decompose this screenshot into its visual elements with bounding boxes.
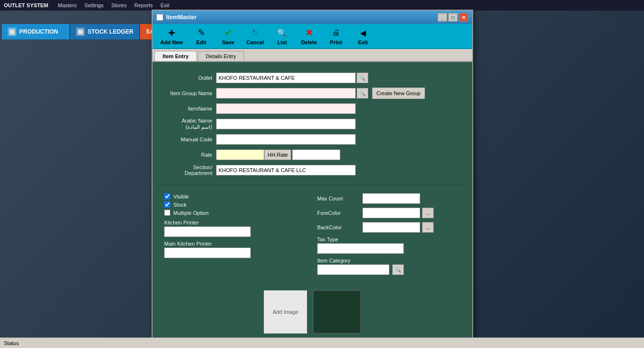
- save-label: Save: [222, 39, 234, 45]
- image-section: Add Image: [158, 285, 466, 339]
- dialog-app-icon: [156, 14, 163, 21]
- section-label: Section/Department: [158, 164, 216, 176]
- add-image-label: Add Image: [272, 309, 298, 315]
- stock-icon: ⬜: [76, 27, 85, 36]
- manual-code-row: Manual Code: [158, 133, 466, 146]
- edit-icon: ✎: [195, 27, 207, 38]
- tax-type-group: Tax Type: [317, 236, 461, 254]
- outlet-search-btn[interactable]: 🔍: [357, 73, 368, 83]
- kitchen-printer-wrapper: [164, 226, 308, 237]
- item-group-input[interactable]: [216, 88, 356, 99]
- outlet-input[interactable]: [216, 73, 356, 83]
- max-count-row: Max Count: [317, 193, 461, 204]
- item-group-label: Item Group Name: [158, 90, 216, 96]
- exit-button[interactable]: ◀ Exit: [350, 25, 375, 47]
- production-button[interactable]: ⬜ PRODUCTION: [2, 24, 69, 39]
- tax-type-dropdown[interactable]: [317, 243, 404, 254]
- edit-button[interactable]: ✎ Edit: [189, 25, 214, 47]
- max-count-label: Max Count: [317, 196, 361, 201]
- item-category-row: 🔍: [317, 264, 461, 275]
- menu-item-settings[interactable]: Settings: [84, 2, 103, 8]
- add-label: Add New: [160, 39, 183, 45]
- item-category-search-btn[interactable]: 🔍: [392, 264, 404, 275]
- back-color-row: BackColor ...: [317, 222, 461, 233]
- tab-details-entry[interactable]: Details Entry: [198, 51, 244, 61]
- cancel-button[interactable]: ↻ Cancel: [243, 25, 268, 47]
- app-title: OUTLET SYSTEM: [4, 2, 48, 8]
- list-icon: 🔍: [276, 27, 288, 38]
- arabic-name-input[interactable]: [216, 119, 356, 129]
- item-group-row: Item Group Name 🔍 Create New Group: [158, 87, 466, 99]
- hh-rate-input[interactable]: [292, 149, 340, 160]
- section-input[interactable]: [216, 165, 356, 175]
- cancel-label: Cancel: [246, 39, 264, 45]
- manual-code-input[interactable]: [216, 134, 356, 145]
- title-left: ItemMaster: [156, 14, 196, 21]
- fore-color-input[interactable]: [362, 208, 420, 218]
- fore-color-pick-btn[interactable]: ...: [422, 208, 434, 218]
- menu-item-exit[interactable]: Exit: [160, 2, 169, 8]
- item-category-input[interactable]: [317, 264, 389, 275]
- add-image-button[interactable]: Add Image: [264, 290, 307, 334]
- dialog-titlebar: ItemMaster _ □ ✕: [153, 11, 472, 24]
- cols-container: Visible Stock Multiple Option Kitchen Pr…: [164, 193, 461, 279]
- outlet-label: Outlet: [158, 75, 216, 81]
- print-icon: 🖨: [330, 27, 342, 38]
- fore-color-row: ForeColor ...: [317, 208, 461, 218]
- visible-label: Visible: [173, 194, 189, 199]
- hh-rate-button[interactable]: HH.Rate: [264, 149, 291, 160]
- list-button[interactable]: 🔍 List: [270, 25, 295, 47]
- minimize-button[interactable]: _: [438, 13, 447, 22]
- delete-button[interactable]: ✖ Delete: [296, 25, 322, 47]
- item-master-dialog: ItemMaster _ □ ✕ ✚ Add New ✎ Edit ✔ Save: [152, 10, 473, 346]
- back-color-group: BackColor ...: [317, 222, 461, 233]
- stock-row: Stock: [164, 201, 308, 208]
- print-button[interactable]: 🖨 Print: [323, 25, 348, 47]
- tax-type-label: Tax Type: [317, 236, 461, 242]
- manual-code-label: Manual Code: [158, 137, 216, 142]
- max-count-group: Max Count: [317, 193, 461, 204]
- edit-label: Edit: [196, 39, 206, 45]
- save-button[interactable]: ✔ Save: [216, 25, 241, 47]
- create-new-group-button[interactable]: Create New Group: [372, 87, 425, 99]
- add-icon: ✚: [166, 27, 178, 38]
- section-row: Section/Department: [158, 164, 466, 176]
- status-text: Status: [4, 340, 19, 346]
- stock-ledger-button[interactable]: ⬜ STOCK LEDGER: [70, 24, 139, 39]
- save-icon: ✔: [222, 27, 234, 38]
- tab-item-entry[interactable]: Item Entry: [155, 51, 197, 61]
- delete-label: Delete: [301, 39, 317, 45]
- menu-item-stores[interactable]: Stores: [111, 2, 127, 8]
- add-new-button[interactable]: ✚ Add New: [156, 25, 187, 47]
- form-area: Outlet 🔍 Item Group Name 🔍 Create New Gr…: [153, 62, 472, 345]
- arabic-name-row: Arabic Name(اسم المادة): [158, 118, 466, 130]
- close-button[interactable]: ✕: [459, 13, 468, 22]
- back-color-pick-btn[interactable]: ...: [422, 222, 434, 233]
- image-preview: [313, 290, 361, 334]
- col-right: Max Count ForeColor ...: [317, 193, 461, 279]
- max-count-input[interactable]: [362, 193, 420, 204]
- main-kitchen-label: Main Kitchen Printer: [164, 241, 308, 247]
- multiple-option-checkbox[interactable]: [164, 210, 170, 216]
- kitchen-printer-dropdown[interactable]: [164, 226, 251, 237]
- menu-item-masters[interactable]: Masters: [58, 2, 77, 8]
- cancel-icon: ↻: [249, 27, 261, 38]
- multiple-option-label: Multiple Option: [173, 210, 208, 216]
- exit-icon: ◀: [357, 27, 369, 38]
- rate-input[interactable]: [216, 149, 264, 160]
- fore-color-group: ForeColor ...: [317, 208, 461, 218]
- item-group-search-btn[interactable]: 🔍: [357, 88, 368, 99]
- dialog-title: ItemMaster: [166, 14, 196, 21]
- back-color-input[interactable]: [362, 222, 420, 233]
- main-form-section: Outlet 🔍 Item Group Name 🔍 Create New Gr…: [158, 68, 466, 183]
- top-bar: OUTLET SYSTEM Masters Settings Stores Re…: [0, 0, 644, 11]
- stock-checkbox[interactable]: [164, 201, 170, 208]
- main-kitchen-dropdown[interactable]: [164, 248, 251, 258]
- menu-item-reports[interactable]: Reports: [134, 2, 153, 8]
- item-name-label: ItemName: [158, 106, 216, 112]
- stock-label: STOCK LEDGER: [88, 28, 133, 35]
- visible-checkbox[interactable]: [164, 193, 170, 199]
- maximize-button[interactable]: □: [448, 13, 458, 22]
- main-kitchen-group: Main Kitchen Printer: [164, 241, 308, 258]
- item-name-input[interactable]: [216, 103, 356, 114]
